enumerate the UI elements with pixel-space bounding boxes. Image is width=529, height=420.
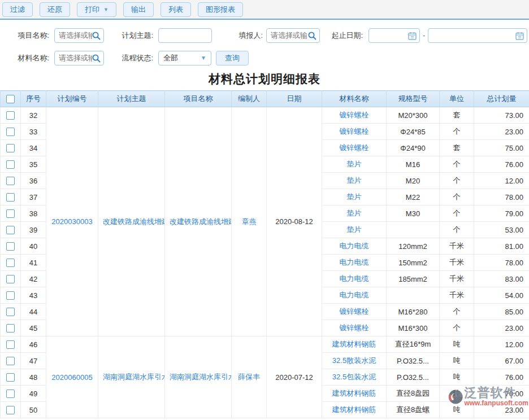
material-cell: 建筑材料钢筋: [322, 386, 387, 402]
row-checkbox[interactable]: [6, 373, 15, 382]
search-icon[interactable]: [307, 31, 317, 41]
plan-subject-input[interactable]: [158, 28, 212, 43]
material-cell: 垫片: [322, 173, 387, 189]
material-cell-link[interactable]: 电力电缆: [340, 242, 369, 250]
calendar-icon[interactable]: [515, 31, 524, 41]
material-cell-link[interactable]: 32.5散装水泥: [332, 356, 376, 365]
row-checkbox[interactable]: [6, 160, 15, 169]
row-checkbox-cell: [1, 205, 21, 222]
plan-subject-cell-link[interactable]: 湖南洞庭湖水库引水: [103, 373, 165, 381]
date-cell: 2020-07-12: [267, 336, 322, 418]
qty-cell: 54.00: [474, 287, 529, 304]
material-cell-link[interactable]: 电力电缆: [340, 274, 369, 283]
filter-button[interactable]: 过滤: [2, 2, 33, 17]
material-cell-link[interactable]: 镀锌螺栓: [340, 323, 369, 332]
end-date-input[interactable]: [428, 28, 527, 43]
plan-subject-cell-link[interactable]: 改建铁路成渝线增建: [103, 217, 165, 226]
material-cell-link[interactable]: 建筑材料钢筋: [332, 389, 376, 397]
spec-cell: M16: [387, 156, 440, 173]
row-checkbox[interactable]: [6, 291, 15, 300]
seq-cell: 42: [21, 271, 46, 287]
material-cell-link[interactable]: 垫片: [347, 176, 362, 185]
row-checkbox[interactable]: [6, 193, 15, 202]
plan-no-cell-link[interactable]: 2020030003: [51, 217, 92, 226]
select-all-checkbox[interactable]: [6, 95, 15, 103]
table-row: 322020030003改建铁路成渝线增建改建铁路成渝线增建章燕2020-08-…: [1, 107, 529, 124]
row-checkbox[interactable]: [6, 111, 15, 120]
material-cell-link[interactable]: 电力电缆: [340, 291, 369, 299]
plan-subject-field[interactable]: [159, 29, 211, 42]
material-cell-link[interactable]: 建筑材料钢筋: [332, 340, 376, 348]
project-name-input[interactable]: [54, 28, 104, 43]
material-cell-link[interactable]: 垫片: [347, 225, 362, 234]
reporter-input[interactable]: [266, 28, 320, 43]
row-checkbox[interactable]: [6, 209, 15, 218]
calendar-icon[interactable]: [407, 31, 417, 41]
material-cell-link[interactable]: 镀锌螺栓: [340, 127, 369, 135]
material-cell: 32.5包装水泥: [322, 369, 387, 386]
print-button[interactable]: 打印▼: [77, 2, 116, 17]
seq-cell: 33: [21, 124, 46, 140]
spec-cell: M30: [387, 205, 440, 222]
qty-cell: 81.00: [474, 238, 529, 255]
restore-button-label: 还原: [47, 5, 62, 15]
search-button[interactable]: 查询: [216, 51, 249, 65]
author-cell-link[interactable]: 薛保丰: [238, 373, 260, 381]
row-checkbox[interactable]: [6, 308, 15, 316]
flow-status-select[interactable]: 全部 ▼: [158, 51, 211, 65]
project-name-cell: 湖南洞庭湖水库引水: [165, 336, 232, 418]
plan-no-cell-link[interactable]: 2020060005: [51, 373, 92, 382]
chevron-down-icon: ▼: [201, 55, 206, 61]
row-checkbox[interactable]: [6, 275, 15, 283]
date-range-separator: -: [423, 31, 425, 40]
export-button[interactable]: 输出: [123, 2, 154, 17]
row-checkbox[interactable]: [6, 226, 15, 234]
row-checkbox[interactable]: [6, 177, 15, 185]
unit-cell: 个: [440, 156, 474, 173]
material-cell-link[interactable]: 镀锌螺栓: [340, 111, 369, 119]
unit-cell: 个: [440, 189, 474, 205]
row-checkbox[interactable]: [6, 128, 15, 136]
row-checkbox-cell: [1, 140, 21, 156]
end-date-field[interactable]: [428, 29, 527, 42]
material-cell-link[interactable]: 32.5包装水泥: [332, 373, 376, 381]
row-checkbox[interactable]: [6, 340, 15, 349]
material-cell: 镀锌螺栓: [322, 304, 387, 320]
filter-panel: 项目名称: 计划主题: 填报人: 起止日期: - 材料名称: 流程: [0, 28, 529, 87]
material-cell-link[interactable]: 垫片: [347, 209, 362, 217]
material-cell-link[interactable]: 电力电缆: [340, 258, 369, 266]
graph-report-button[interactable]: 图形报表: [198, 2, 243, 17]
project-name-cell-link[interactable]: 改建铁路成渝线增建: [170, 217, 232, 226]
row-checkbox[interactable]: [6, 406, 15, 414]
header-checkbox-cell: [1, 91, 21, 107]
seq-cell: 39: [21, 222, 46, 238]
spec-cell: 直径8盘螺: [387, 402, 440, 418]
restore-button[interactable]: 还原: [40, 2, 70, 17]
search-icon[interactable]: [92, 54, 101, 63]
seq-cell: 35: [21, 156, 46, 173]
material-cell: 电力电缆: [322, 255, 387, 271]
row-checkbox[interactable]: [6, 144, 15, 152]
project-name-cell-link[interactable]: 湖南洞庭湖水库引水: [170, 373, 232, 381]
material-cell-link[interactable]: 镀锌螺栓: [340, 143, 369, 152]
start-date-input[interactable]: [368, 28, 420, 43]
search-icon[interactable]: [92, 31, 101, 41]
qty-cell: 23.00: [474, 402, 529, 418]
author-cell-link[interactable]: 章燕: [242, 217, 257, 226]
material-cell-link[interactable]: 垫片: [347, 193, 362, 201]
material-cell-link[interactable]: 镀锌螺栓: [340, 307, 369, 316]
row-checkbox[interactable]: [6, 390, 15, 398]
list-button[interactable]: 列表: [161, 2, 191, 17]
seq-cell: 37: [21, 189, 46, 205]
seq-cell: 50: [21, 402, 46, 418]
row-checkbox[interactable]: [6, 357, 15, 365]
spec-cell: M20*300: [387, 107, 440, 124]
row-checkbox[interactable]: [6, 242, 15, 251]
material-cell-link[interactable]: 垫片: [347, 160, 362, 168]
qty-cell: 76.00: [474, 369, 529, 386]
material-name-input[interactable]: [54, 51, 104, 65]
row-checkbox[interactable]: [6, 259, 15, 267]
material-cell-link[interactable]: 建筑材料钢筋: [332, 405, 376, 414]
row-checkbox[interactable]: [6, 324, 15, 333]
seq-cell: 38: [21, 205, 46, 222]
